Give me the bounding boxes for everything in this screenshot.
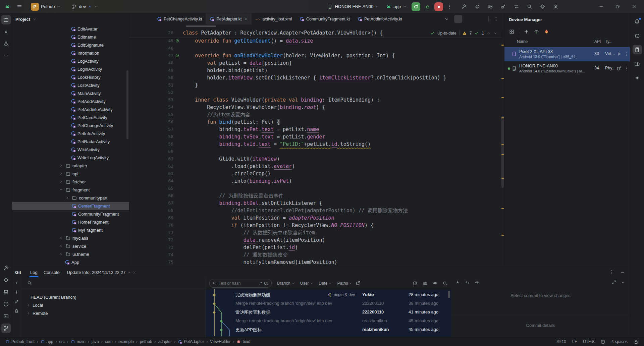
list-view-icon[interactable] — [454, 15, 462, 23]
ai-assistant-tool-icon[interactable] — [1, 275, 11, 285]
tree-item-PetAddinfoActivity[interactable]: KPetAddinfoActivity — [12, 105, 129, 113]
breadcrumb-java[interactable]: java — [92, 339, 99, 344]
commit-row[interactable]: 更新APP图标realzhenikun45 minutes ago — [206, 326, 451, 334]
tree-item-service[interactable]: service — [12, 242, 129, 250]
tree-item-CenterFragment[interactable]: KCenterFragment — [12, 202, 129, 210]
eye-icon[interactable] — [432, 281, 438, 286]
search-icon[interactable] — [442, 281, 448, 286]
editor-tab-activity_lost.xml[interactable]: </>activity_lost.xml — [252, 13, 296, 24]
build-tool-icon[interactable] — [1, 263, 11, 273]
breadcrumb-com[interactable]: com — [105, 339, 113, 344]
terminal-tool-icon[interactable] — [1, 311, 11, 321]
undo-icon[interactable] — [465, 280, 470, 285]
filter-branch[interactable]: Branch — [277, 281, 295, 286]
error-stripe-mark[interactable] — [501, 178, 504, 179]
filter-date[interactable]: Date — [319, 281, 332, 286]
branch-group-HEAD (Current Branch)[interactable]: HEAD (Current Branch) — [21, 293, 206, 301]
error-stripe-mark[interactable] — [501, 144, 504, 145]
breadcrumb-example[interactable]: example — [118, 339, 133, 344]
tree-item-PetCardActivity[interactable]: KPetCardActivity — [12, 113, 129, 121]
chevron-left-icon[interactable] — [14, 280, 19, 285]
device-row-Pixel 2 XL API 33[interactable]: Pixel 2 XL API 33Android 13.0 ("Tiramisu… — [504, 47, 630, 61]
stop-button[interactable] — [434, 2, 443, 11]
build-icon[interactable] — [461, 4, 467, 9]
prev-problem-icon[interactable] — [487, 31, 491, 35]
line-separator[interactable]: LF — [572, 339, 577, 344]
plus-icon[interactable] — [524, 29, 529, 35]
play-device-icon[interactable] — [616, 51, 622, 57]
tree-item-PetChangeActivity[interactable]: KPetChangeActivity — [12, 121, 129, 129]
breadcrumb-adapter[interactable]: adapter — [158, 339, 172, 344]
editor-tab-CommunityFragment.kt[interactable]: KCommunityFragment.kt — [296, 13, 354, 24]
error-stripe-mark[interactable] — [501, 154, 504, 155]
run-configuration-selector[interactable]: app — [384, 3, 409, 11]
tabs-scrollbar[interactable] — [186, 25, 216, 27]
preview-icon[interactable] — [477, 15, 485, 23]
tab-update-info[interactable]: Update Info: 2024/11/12 22:27 — [64, 267, 139, 277]
tree-item-LostActivity[interactable]: KLostActivity — [12, 81, 129, 89]
eye-icon[interactable] — [475, 280, 480, 285]
settings-icon[interactable] — [540, 4, 545, 9]
commit-search-input[interactable]: Text or hash .* Cc — [209, 279, 272, 288]
gemini-tool-icon[interactable] — [633, 73, 642, 82]
chevron-down-icon[interactable] — [621, 280, 625, 285]
trash-icon[interactable] — [14, 308, 19, 313]
device-row-HONOR FNE-AN00[interactable]: HONOR FNE-AN00Android 14.0 ("UpsideDownC… — [504, 61, 630, 76]
git-tool-icon[interactable] — [1, 324, 11, 333]
debug-button[interactable] — [423, 2, 432, 11]
flame-icon[interactable] — [544, 29, 549, 35]
tree-item-ui.theme[interactable]: ui.theme — [12, 250, 129, 258]
commit-row[interactable]: 完成宠物删除功能origin & devYukio28 minutes ago — [206, 291, 451, 299]
inspections-widget[interactable]: Up-to-date 7 1 — [429, 30, 499, 37]
tab-list-dropdown-icon[interactable] — [443, 15, 451, 23]
tree-item-App[interactable]: KApp — [12, 258, 129, 266]
running-devices-tool-icon[interactable] — [633, 59, 642, 68]
problems-tool-icon[interactable] — [1, 299, 11, 309]
git-tab-Log[interactable]: Log — [27, 267, 41, 277]
breadcrumb-src[interactable]: src — [59, 339, 65, 344]
tree-item-api[interactable]: api — [12, 170, 129, 178]
expand-icon[interactable] — [612, 280, 616, 285]
close-tab-icon[interactable] — [132, 271, 136, 274]
commit-row[interactable]: 雷达图位置和数据22220011041 minutes ago — [206, 308, 451, 317]
profiler-icon[interactable] — [500, 4, 506, 9]
apply-changes-icon[interactable]: A — [474, 4, 480, 9]
error-stripe-mark[interactable] — [501, 235, 504, 236]
device-selector[interactable]: HONOR FNE-AN00 — [325, 3, 381, 11]
arrow-down-icon[interactable] — [455, 280, 460, 285]
ide-errors-icon[interactable] — [600, 339, 605, 344]
tree-item-fetcher[interactable]: fetcher — [12, 178, 129, 186]
override-gutter-icon[interactable] — [175, 39, 179, 43]
copilot-tool-icon[interactable] — [1, 287, 11, 297]
chevron-down-icon[interactable] — [32, 17, 36, 21]
file-encoding[interactable]: UTF-8 — [583, 339, 594, 344]
sync-icon[interactable] — [487, 4, 493, 9]
tree-item-WriteLogActivity[interactable]: KWriteLogActivity — [12, 154, 129, 162]
editor-tab-PetAdapter.kt[interactable]: KPetAdapter.kt — [206, 13, 252, 24]
breadcrumb-PetAdapter[interactable]: KPetAdapter — [178, 339, 204, 344]
rerun-button[interactable] — [412, 2, 420, 11]
editor-scrollbar[interactable] — [501, 116, 504, 188]
gradle-tool-icon[interactable] — [633, 31, 642, 40]
tree-item-Information[interactable]: KInformation — [12, 49, 129, 57]
git-options-kebab-icon[interactable] — [609, 270, 614, 275]
breadcrumb-ViewHolder[interactable]: ViewHolder — [210, 339, 230, 344]
tree-item-PetRadarActivity[interactable]: KPetRadarActivity — [12, 137, 129, 146]
error-stripe-mark[interactable] — [501, 208, 504, 209]
regex-toggle[interactable]: .* — [259, 281, 262, 285]
error-stripe-mark[interactable] — [501, 117, 504, 118]
tree-item-PetInfoActivity[interactable]: KPetInfoActivity — [12, 129, 129, 137]
tree-item-EditAvatar[interactable]: KEditAvatar — [12, 25, 129, 33]
error-stripe-mark[interactable] — [501, 97, 504, 98]
error-stripe-mark[interactable] — [501, 45, 504, 46]
tree-item-LookHistory[interactable]: KLookHistory — [12, 73, 129, 81]
window-restore-icon[interactable] — [615, 4, 620, 9]
code-editor[interactable]: 20class PetAdapter : RecyclerView.Adapte… — [129, 24, 504, 267]
main-menu-icon[interactable] — [17, 4, 22, 9]
tree-item-myclass[interactable]: myclass — [12, 234, 129, 242]
split-view-icon[interactable] — [466, 15, 474, 23]
breadcrumb-app[interactable]: app — [41, 339, 53, 344]
commit-row[interactable]: Merge remote-tracking branch 'origin/dev… — [206, 317, 451, 326]
more-tools-icon[interactable] — [1, 51, 11, 61]
filter-user[interactable]: User — [300, 281, 313, 286]
